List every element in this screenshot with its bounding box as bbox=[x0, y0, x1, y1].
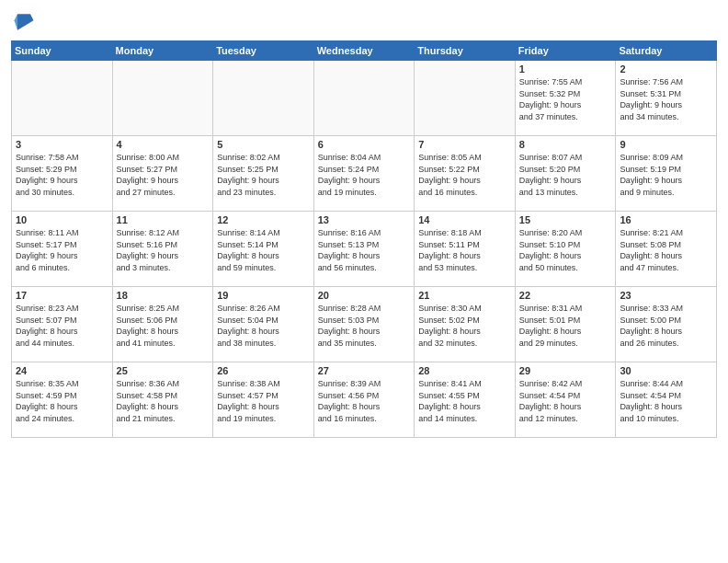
week-row-3: 17Sunrise: 8:23 AM Sunset: 5:07 PM Dayli… bbox=[12, 287, 717, 362]
day-number: 29 bbox=[519, 365, 612, 376]
calendar-cell: 22Sunrise: 8:31 AM Sunset: 5:01 PM Dayli… bbox=[515, 287, 616, 362]
day-info: Sunrise: 8:23 AM Sunset: 5:07 PM Dayligh… bbox=[16, 303, 108, 349]
col-header-tuesday: Tuesday bbox=[213, 41, 314, 61]
calendar-cell bbox=[415, 61, 516, 136]
day-number: 7 bbox=[418, 139, 511, 150]
calendar-cell: 12Sunrise: 8:14 AM Sunset: 5:14 PM Dayli… bbox=[213, 212, 314, 287]
day-info: Sunrise: 8:42 AM Sunset: 4:54 PM Dayligh… bbox=[519, 378, 612, 424]
calendar-cell: 19Sunrise: 8:26 AM Sunset: 5:04 PM Dayli… bbox=[213, 287, 314, 362]
calendar-cell: 13Sunrise: 8:16 AM Sunset: 5:13 PM Dayli… bbox=[313, 212, 415, 287]
day-info: Sunrise: 8:02 AM Sunset: 5:25 PM Dayligh… bbox=[217, 152, 310, 198]
calendar-cell: 6Sunrise: 8:04 AM Sunset: 5:24 PM Daylig… bbox=[313, 136, 415, 212]
col-header-monday: Monday bbox=[112, 41, 213, 61]
calendar-cell: 29Sunrise: 8:42 AM Sunset: 4:54 PM Dayli… bbox=[515, 362, 616, 438]
calendar-cell: 23Sunrise: 8:33 AM Sunset: 5:00 PM Dayli… bbox=[616, 287, 717, 362]
day-info: Sunrise: 8:26 AM Sunset: 5:04 PM Dayligh… bbox=[217, 303, 310, 349]
day-number: 4 bbox=[117, 139, 210, 150]
day-number: 26 bbox=[217, 365, 310, 376]
day-number: 9 bbox=[620, 139, 712, 150]
day-info: Sunrise: 8:12 AM Sunset: 5:16 PM Dayligh… bbox=[117, 227, 210, 273]
day-info: Sunrise: 8:38 AM Sunset: 4:57 PM Dayligh… bbox=[217, 378, 310, 424]
calendar-cell: 26Sunrise: 8:38 AM Sunset: 4:57 PM Dayli… bbox=[213, 362, 314, 438]
day-number: 22 bbox=[519, 290, 612, 301]
day-info: Sunrise: 8:21 AM Sunset: 5:08 PM Dayligh… bbox=[620, 227, 712, 273]
calendar-cell bbox=[12, 61, 113, 136]
day-number: 24 bbox=[16, 365, 108, 376]
calendar: SundayMondayTuesdayWednesdayThursdayFrid… bbox=[11, 40, 717, 438]
calendar-cell: 8Sunrise: 8:07 AM Sunset: 5:20 PM Daylig… bbox=[515, 136, 616, 212]
col-header-thursday: Thursday bbox=[415, 41, 516, 61]
day-info: Sunrise: 8:39 AM Sunset: 4:56 PM Dayligh… bbox=[318, 378, 411, 424]
calendar-cell: 28Sunrise: 8:41 AM Sunset: 4:55 PM Dayli… bbox=[415, 362, 516, 438]
week-row-1: 3Sunrise: 7:58 AM Sunset: 5:29 PM Daylig… bbox=[12, 136, 717, 212]
calendar-cell: 11Sunrise: 8:12 AM Sunset: 5:16 PM Dayli… bbox=[112, 212, 213, 287]
day-info: Sunrise: 8:28 AM Sunset: 5:03 PM Dayligh… bbox=[318, 303, 411, 349]
week-row-2: 10Sunrise: 8:11 AM Sunset: 5:17 PM Dayli… bbox=[12, 212, 717, 287]
day-info: Sunrise: 8:31 AM Sunset: 5:01 PM Dayligh… bbox=[519, 303, 612, 349]
day-info: Sunrise: 7:58 AM Sunset: 5:29 PM Dayligh… bbox=[16, 152, 108, 198]
day-info: Sunrise: 7:55 AM Sunset: 5:32 PM Dayligh… bbox=[519, 76, 612, 122]
calendar-cell: 16Sunrise: 8:21 AM Sunset: 5:08 PM Dayli… bbox=[616, 212, 717, 287]
col-header-friday: Friday bbox=[515, 41, 616, 61]
day-number: 12 bbox=[217, 214, 310, 225]
logo-icon bbox=[11, 9, 37, 35]
day-number: 13 bbox=[318, 214, 411, 225]
day-number: 10 bbox=[16, 214, 108, 225]
day-info: Sunrise: 8:20 AM Sunset: 5:10 PM Dayligh… bbox=[519, 227, 612, 273]
day-info: Sunrise: 7:56 AM Sunset: 5:31 PM Dayligh… bbox=[620, 76, 712, 122]
logo bbox=[11, 9, 40, 35]
day-info: Sunrise: 8:16 AM Sunset: 5:13 PM Dayligh… bbox=[318, 227, 411, 273]
day-info: Sunrise: 8:14 AM Sunset: 5:14 PM Dayligh… bbox=[217, 227, 310, 273]
page: SundayMondayTuesdayWednesdayThursdayFrid… bbox=[0, 0, 728, 563]
calendar-cell: 18Sunrise: 8:25 AM Sunset: 5:06 PM Dayli… bbox=[112, 287, 213, 362]
calendar-cell: 25Sunrise: 8:36 AM Sunset: 4:58 PM Dayli… bbox=[112, 362, 213, 438]
calendar-cell: 3Sunrise: 7:58 AM Sunset: 5:29 PM Daylig… bbox=[12, 136, 113, 212]
day-number: 28 bbox=[418, 365, 511, 376]
day-info: Sunrise: 8:44 AM Sunset: 4:54 PM Dayligh… bbox=[620, 378, 712, 424]
day-number: 2 bbox=[620, 63, 712, 75]
day-number: 15 bbox=[519, 214, 612, 225]
col-header-saturday: Saturday bbox=[616, 41, 717, 61]
day-number: 1 bbox=[519, 63, 612, 75]
day-number: 16 bbox=[620, 214, 712, 225]
calendar-cell bbox=[112, 61, 213, 136]
day-number: 6 bbox=[318, 139, 411, 150]
calendar-cell: 14Sunrise: 8:18 AM Sunset: 5:11 PM Dayli… bbox=[415, 212, 516, 287]
day-number: 23 bbox=[620, 290, 712, 301]
day-number: 5 bbox=[217, 139, 310, 150]
day-info: Sunrise: 8:05 AM Sunset: 5:22 PM Dayligh… bbox=[418, 152, 511, 198]
calendar-cell: 7Sunrise: 8:05 AM Sunset: 5:22 PM Daylig… bbox=[415, 136, 516, 212]
day-info: Sunrise: 8:18 AM Sunset: 5:11 PM Dayligh… bbox=[418, 227, 511, 273]
calendar-cell bbox=[213, 61, 314, 136]
day-number: 3 bbox=[16, 139, 108, 150]
day-number: 8 bbox=[519, 139, 612, 150]
calendar-cell: 5Sunrise: 8:02 AM Sunset: 5:25 PM Daylig… bbox=[213, 136, 314, 212]
col-header-wednesday: Wednesday bbox=[313, 41, 415, 61]
day-info: Sunrise: 8:41 AM Sunset: 4:55 PM Dayligh… bbox=[418, 378, 511, 424]
calendar-cell: 4Sunrise: 8:00 AM Sunset: 5:27 PM Daylig… bbox=[112, 136, 213, 212]
calendar-cell: 20Sunrise: 8:28 AM Sunset: 5:03 PM Dayli… bbox=[313, 287, 415, 362]
calendar-cell: 10Sunrise: 8:11 AM Sunset: 5:17 PM Dayli… bbox=[12, 212, 113, 287]
day-number: 30 bbox=[620, 365, 712, 376]
calendar-header-row: SundayMondayTuesdayWednesdayThursdayFrid… bbox=[12, 41, 717, 61]
week-row-4: 24Sunrise: 8:35 AM Sunset: 4:59 PM Dayli… bbox=[12, 362, 717, 438]
calendar-cell: 24Sunrise: 8:35 AM Sunset: 4:59 PM Dayli… bbox=[12, 362, 113, 438]
day-number: 20 bbox=[318, 290, 411, 301]
day-info: Sunrise: 8:09 AM Sunset: 5:19 PM Dayligh… bbox=[620, 152, 712, 198]
week-row-0: 1Sunrise: 7:55 AM Sunset: 5:32 PM Daylig… bbox=[12, 61, 717, 136]
calendar-cell bbox=[313, 61, 415, 136]
day-info: Sunrise: 8:35 AM Sunset: 4:59 PM Dayligh… bbox=[16, 378, 108, 424]
header bbox=[11, 9, 717, 35]
day-number: 27 bbox=[318, 365, 411, 376]
day-number: 11 bbox=[117, 214, 210, 225]
day-info: Sunrise: 8:36 AM Sunset: 4:58 PM Dayligh… bbox=[117, 378, 210, 424]
calendar-cell: 1Sunrise: 7:55 AM Sunset: 5:32 PM Daylig… bbox=[515, 61, 616, 136]
day-number: 14 bbox=[418, 214, 511, 225]
calendar-cell: 21Sunrise: 8:30 AM Sunset: 5:02 PM Dayli… bbox=[415, 287, 516, 362]
calendar-cell: 15Sunrise: 8:20 AM Sunset: 5:10 PM Dayli… bbox=[515, 212, 616, 287]
calendar-cell: 30Sunrise: 8:44 AM Sunset: 4:54 PM Dayli… bbox=[616, 362, 717, 438]
day-info: Sunrise: 8:30 AM Sunset: 5:02 PM Dayligh… bbox=[418, 303, 511, 349]
calendar-cell: 2Sunrise: 7:56 AM Sunset: 5:31 PM Daylig… bbox=[616, 61, 717, 136]
day-number: 25 bbox=[117, 365, 210, 376]
day-info: Sunrise: 8:25 AM Sunset: 5:06 PM Dayligh… bbox=[117, 303, 210, 349]
